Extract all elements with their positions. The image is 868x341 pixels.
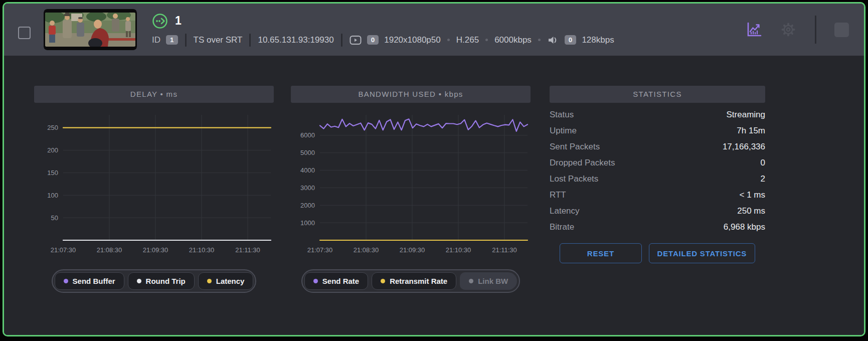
- svg-text:200: 200: [47, 146, 58, 154]
- svg-text:21:09:30: 21:09:30: [143, 246, 168, 254]
- bandwidth-panel: BANDWIDTH USED • kbps 100020003000400050…: [291, 86, 531, 293]
- bandwidth-chart: 10002000300040005000600021:07:3021:08:30…: [291, 107, 531, 263]
- svg-text:21:10:30: 21:10:30: [189, 246, 215, 254]
- stat-row: Bitrate6,968 kbps: [550, 219, 765, 235]
- detailed-statistics-button[interactable]: DETAILED STATISTICS: [649, 243, 755, 263]
- delay-panel-title: DELAY • ms: [34, 86, 274, 103]
- svg-text:1000: 1000: [300, 219, 315, 227]
- gear-icon: [780, 21, 797, 38]
- svg-text:21:07:30: 21:07:30: [51, 246, 76, 254]
- stop-icon: [834, 23, 849, 37]
- chart-icon: [745, 20, 764, 39]
- legend-dot: [64, 279, 68, 283]
- delay-chart: 5010015020025021:07:3021:08:3021:09:3021…: [34, 107, 274, 263]
- stat-row: RTT< 1 ms: [550, 187, 765, 203]
- stat-value: 2: [761, 174, 765, 184]
- svg-text:21:11:30: 21:11:30: [235, 246, 260, 254]
- resolution-label: 1920x1080p50: [384, 35, 441, 45]
- svg-text:4000: 4000: [300, 166, 315, 174]
- stat-value: 7h 15m: [737, 126, 765, 136]
- bandwidth-panel-title: BANDWIDTH USED • kbps: [291, 86, 531, 103]
- stat-row: Latency250 ms: [550, 203, 765, 219]
- codec-label: H.265: [456, 35, 479, 45]
- stream-details: DELAY • ms 5010015020025021:07:3021:08:3…: [4, 56, 864, 336]
- settings-button[interactable]: [778, 19, 799, 40]
- actions-divider: [815, 16, 816, 44]
- stat-label: Status: [550, 110, 574, 120]
- stat-value: 0: [761, 158, 765, 168]
- video-bitrate-label: 6000kbps: [494, 35, 532, 45]
- stat-label: Uptime: [550, 126, 577, 136]
- svg-text:100: 100: [47, 192, 58, 199]
- legend-item-send-rate[interactable]: Send Rate: [304, 272, 368, 290]
- statistics-buttons: RESET DETAILED STATISTICS: [550, 243, 765, 263]
- legend-item-latency[interactable]: Latency: [198, 272, 254, 290]
- legend-item-retransmit-rate[interactable]: Retransmit Rate: [372, 272, 456, 290]
- separator: [249, 34, 251, 47]
- stream-header-bar: 1 ID 1 TS over SRT 10.65.131.93:19930 0 …: [4, 4, 864, 56]
- id-label: ID: [152, 35, 160, 45]
- legend-dot: [313, 279, 318, 283]
- address-label: 10.65.131.93:19930: [258, 35, 333, 45]
- dot-separator: [447, 39, 450, 41]
- stat-label: Latency: [550, 206, 580, 216]
- stat-row: Sent Packets17,166,336: [550, 139, 765, 155]
- legend-dot: [469, 279, 473, 283]
- svg-text:250: 250: [47, 124, 58, 131]
- stream-meta-row: ID 1 TS over SRT 10.65.131.93:19930 0 19…: [152, 34, 614, 47]
- svg-text:21:08:30: 21:08:30: [354, 246, 379, 254]
- audio-bitrate-label: 128kbps: [582, 35, 614, 45]
- legend-label: Send Buffer: [73, 277, 115, 285]
- legend-label: Retransmit Rate: [390, 277, 447, 285]
- video-track-badge: 0: [367, 35, 379, 45]
- svg-text:3000: 3000: [300, 184, 315, 192]
- stat-row: StatusStreaming: [550, 107, 765, 123]
- stat-row: Lost Packets2: [550, 171, 765, 187]
- legend-item-round-trip[interactable]: Round Trip: [128, 272, 195, 290]
- thumbnail-image: [44, 9, 137, 50]
- legend-pill: Send RateRetransmit RateLink BW: [301, 269, 520, 293]
- statistics-panel: STATISTICS StatusStreamingUptime7h 15mSe…: [550, 86, 765, 263]
- audio-icon: [547, 35, 559, 45]
- reset-button[interactable]: RESET: [560, 243, 642, 263]
- svg-text:21:10:30: 21:10:30: [446, 246, 471, 254]
- separator: [341, 34, 342, 47]
- bandwidth-legend: Send RateRetransmit RateLink BW: [291, 269, 531, 293]
- legend-pill: Send BufferRound TripLatency: [52, 269, 257, 293]
- legend-dot: [137, 279, 141, 283]
- stream-actions: [743, 16, 851, 44]
- dot-separator: [538, 39, 541, 41]
- svg-text:150: 150: [47, 169, 58, 177]
- legend-label: Round Trip: [146, 277, 186, 285]
- stream-info: 1 ID 1 TS over SRT 10.65.131.93:19930 0 …: [152, 13, 614, 47]
- svg-text:21:08:30: 21:08:30: [97, 246, 122, 254]
- statistics-panel-title: STATISTICS: [550, 86, 765, 103]
- svg-text:5000: 5000: [300, 149, 315, 156]
- stat-value: 17,166,336: [723, 142, 765, 152]
- stat-value: Streaming: [727, 110, 765, 120]
- stream-title: 1: [175, 14, 182, 28]
- legend-dot: [381, 279, 385, 283]
- separator: [185, 34, 187, 47]
- stat-label: Bitrate: [550, 222, 574, 232]
- legend-item-send-buffer[interactable]: Send Buffer: [55, 272, 124, 290]
- legend-item-link-bw[interactable]: Link BW: [460, 272, 517, 290]
- stat-value: 250 ms: [737, 206, 765, 216]
- stop-button[interactable]: [832, 21, 851, 39]
- audio-track-badge: 0: [565, 35, 577, 45]
- stat-label: Lost Packets: [550, 174, 598, 184]
- svg-text:21:07:30: 21:07:30: [307, 246, 333, 254]
- legend-label: Send Rate: [322, 277, 359, 285]
- svg-text:21:09:30: 21:09:30: [400, 246, 425, 254]
- statistics-toggle-button[interactable]: [743, 18, 766, 41]
- legend-dot: [207, 279, 212, 283]
- video-icon: [350, 35, 362, 45]
- dot-separator: [485, 39, 488, 41]
- delay-panel: DELAY • ms 5010015020025021:07:3021:08:3…: [34, 86, 274, 293]
- select-stream-checkbox[interactable]: [18, 27, 31, 39]
- stat-row: Dropped Packets0: [550, 155, 765, 171]
- stat-value: 6,968 kbps: [724, 222, 765, 232]
- delay-legend: Send BufferRound TripLatency: [34, 269, 274, 293]
- statistics-rows: StatusStreamingUptime7h 15mSent Packets1…: [550, 107, 765, 235]
- svg-text:21:11:30: 21:11:30: [492, 246, 517, 254]
